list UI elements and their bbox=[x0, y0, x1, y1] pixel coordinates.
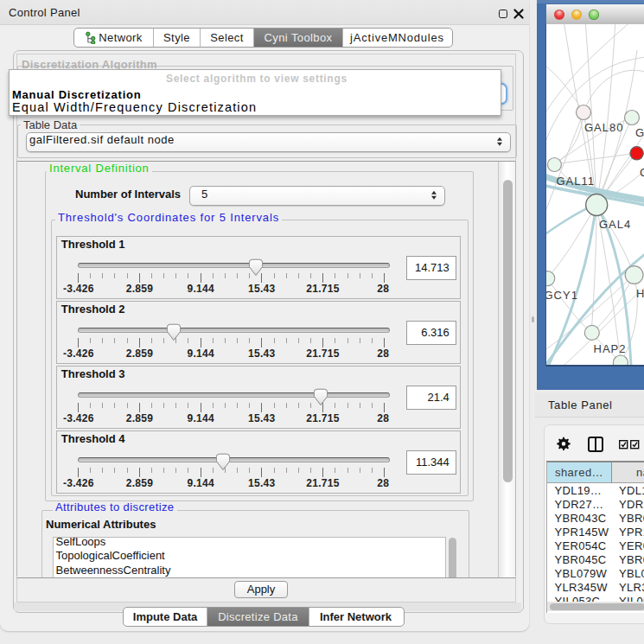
svg-text:C: C bbox=[640, 165, 644, 178]
svg-text:GAL4: GAL4 bbox=[599, 217, 631, 230]
svg-text:GCY1: GCY1 bbox=[546, 288, 578, 301]
svg-text:GA: GA bbox=[635, 125, 644, 138]
svg-text:GAL11: GAL11 bbox=[557, 174, 596, 187]
svg-text:H: H bbox=[636, 286, 644, 299]
svg-text:GAL80: GAL80 bbox=[584, 120, 623, 133]
svg-text:HAP2: HAP2 bbox=[594, 341, 627, 354]
